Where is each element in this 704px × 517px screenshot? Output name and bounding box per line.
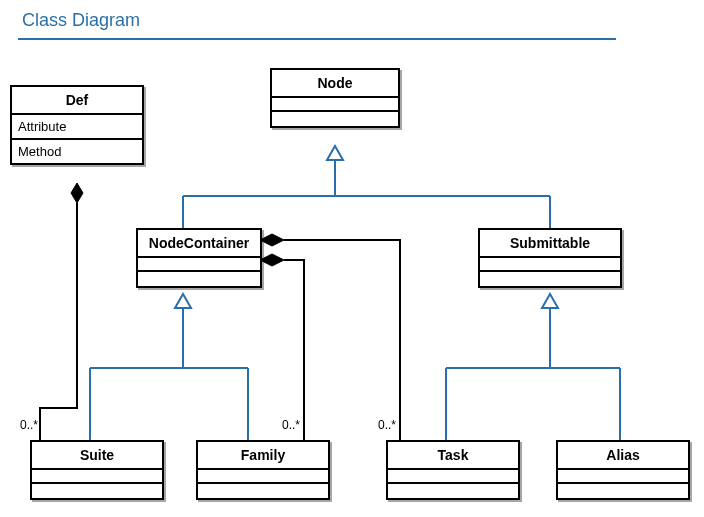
class-submittable-attrs bbox=[480, 258, 620, 272]
arrowhead-submittable bbox=[542, 294, 558, 308]
class-submittable-methods bbox=[480, 272, 620, 286]
class-suite-methods bbox=[32, 484, 162, 498]
class-nodecontainer-methods bbox=[138, 272, 260, 286]
class-family-methods bbox=[198, 484, 328, 498]
class-submittable: Submittable bbox=[478, 228, 622, 288]
title-underline bbox=[18, 38, 616, 40]
class-node-attrs bbox=[272, 98, 398, 112]
mult-suite: 0..* bbox=[20, 418, 38, 432]
class-def-attrs: Attribute bbox=[12, 115, 142, 140]
class-task-name: Task bbox=[388, 442, 518, 470]
class-task-methods bbox=[388, 484, 518, 498]
class-family-attrs bbox=[198, 470, 328, 484]
class-nodecontainer-attrs bbox=[138, 258, 260, 272]
mult-family: 0..* bbox=[282, 418, 300, 432]
class-alias-name: Alias bbox=[558, 442, 688, 470]
class-task: Task bbox=[386, 440, 520, 500]
class-family-name: Family bbox=[198, 442, 328, 470]
mult-task: 0..* bbox=[378, 418, 396, 432]
diagram-canvas: Class Diagram Node bbox=[0, 0, 704, 517]
class-def-methods: Method bbox=[12, 140, 142, 163]
class-suite-name: Suite bbox=[32, 442, 162, 470]
class-def-name: Def bbox=[12, 87, 142, 115]
diagram-title: Class Diagram bbox=[22, 10, 140, 31]
comp-nc-task bbox=[284, 240, 400, 440]
class-def: Def Attribute Method bbox=[10, 85, 144, 165]
diamond-nc-task bbox=[260, 234, 284, 246]
class-node-name: Node bbox=[272, 70, 398, 98]
comp-nc-family bbox=[284, 260, 304, 440]
class-suite-attrs bbox=[32, 470, 162, 484]
diamond-nc-family bbox=[260, 254, 284, 266]
class-node-methods bbox=[272, 112, 398, 126]
comp-def-suite bbox=[40, 203, 77, 440]
class-nodecontainer: NodeContainer bbox=[136, 228, 262, 288]
arrowhead-nodecontainer bbox=[175, 294, 191, 308]
class-def-attribute: Attribute bbox=[12, 115, 142, 138]
class-submittable-name: Submittable bbox=[480, 230, 620, 258]
class-alias-attrs bbox=[558, 470, 688, 484]
class-def-method: Method bbox=[12, 140, 142, 163]
class-alias: Alias bbox=[556, 440, 690, 500]
class-suite: Suite bbox=[30, 440, 164, 500]
class-alias-methods bbox=[558, 484, 688, 498]
diamond-def bbox=[71, 183, 83, 203]
class-nodecontainer-name: NodeContainer bbox=[138, 230, 260, 258]
arrowhead-node bbox=[327, 146, 343, 160]
class-node: Node bbox=[270, 68, 400, 128]
class-task-attrs bbox=[388, 470, 518, 484]
class-family: Family bbox=[196, 440, 330, 500]
